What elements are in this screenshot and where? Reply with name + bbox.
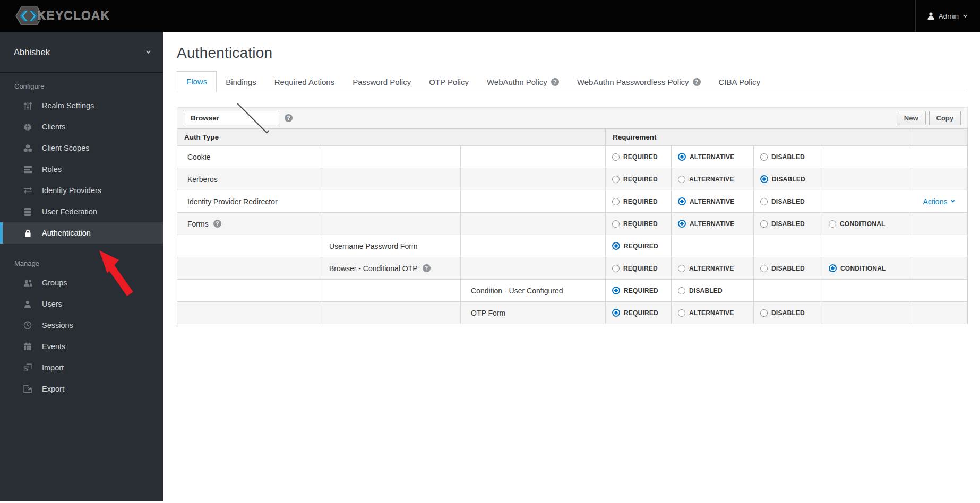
actions-dropdown[interactable]: Actions (923, 197, 954, 206)
sidebar-item-label: Groups (42, 279, 67, 287)
sidebar-item-users[interactable]: Users (0, 293, 163, 315)
auth-type-cell: Identity Provider Redirector (177, 190, 319, 212)
requirement-cell: ALTERNATIVE (672, 302, 754, 324)
radio-alternative[interactable] (678, 265, 685, 272)
table-row: Cookie REQUIRED ALTERNATIVE DISABLED (177, 145, 967, 168)
sidebar-item-label: Realm Settings (42, 101, 94, 110)
copy-button[interactable]: Copy (929, 111, 961, 125)
radio-disabled[interactable] (760, 198, 768, 205)
sidebar-item-roles[interactable]: Roles (0, 159, 163, 180)
sidebar-item-groups[interactable]: Groups (0, 272, 163, 293)
sidebar-item-label: Events (42, 342, 65, 351)
tab-flows[interactable]: Flows (177, 71, 217, 92)
radio-conditional[interactable] (829, 264, 837, 272)
tab-password-policy[interactable]: Password Policy (343, 72, 420, 92)
radio-disabled[interactable] (678, 287, 685, 294)
auth-type-cell: Kerberos (177, 168, 319, 190)
sidebar-item-label: Authentication (42, 229, 91, 237)
tab-webauthn-policy[interactable]: WebAuthn Policy? (478, 72, 568, 92)
requirement-cell: CONDITIONAL (822, 257, 909, 279)
main-content: Authentication Flows Bindings Required A… (163, 32, 980, 503)
tab-required-actions[interactable]: Required Actions (265, 72, 343, 92)
requirement-cell: DISABLED (672, 280, 754, 301)
help-icon[interactable]: ? (213, 220, 221, 228)
radio-required[interactable] (612, 309, 620, 317)
radio-alternative[interactable] (678, 197, 686, 205)
tab-bindings[interactable]: Bindings (217, 72, 265, 92)
requirement-cell: REQUIRED (606, 302, 672, 324)
radio-disabled[interactable] (760, 309, 768, 317)
flow-select[interactable]: Browser (185, 111, 279, 125)
help-icon[interactable]: ? (423, 264, 431, 272)
sidebar-item-label: Users (42, 300, 62, 308)
realm-selector[interactable]: Abhishek (0, 32, 163, 73)
requirement-cell: DISABLED (754, 302, 822, 324)
requirement-cell: REQUIRED (606, 235, 672, 257)
auth-type-header: Auth Type (177, 129, 606, 145)
sidebar-item-label: Sessions (42, 321, 73, 329)
sidebar-item-client-scopes[interactable]: Client Scopes (0, 137, 163, 159)
radio-required[interactable] (612, 198, 620, 205)
keycloak-logo-text: KEYCLOAK (37, 9, 110, 23)
new-button[interactable]: New (897, 111, 926, 125)
radio-disabled[interactable] (760, 220, 768, 228)
requirement-cell: DISABLED (754, 146, 822, 168)
radio-alternative[interactable] (678, 220, 686, 228)
radio-required[interactable] (612, 176, 620, 183)
requirement-cell: CONDITIONAL (822, 213, 909, 235)
table-row: Kerberos REQUIRED ALTERNATIVE DISABLED (177, 168, 967, 190)
radio-disabled[interactable] (760, 265, 768, 272)
flows-table: Auth Type Requirement Cookie REQUIRED AL… (177, 128, 968, 324)
sidebar-item-realm-settings[interactable]: Realm Settings (0, 95, 163, 116)
radio-required[interactable] (612, 220, 620, 228)
help-icon[interactable]: ? (693, 78, 701, 86)
radio-alternative[interactable] (678, 309, 685, 317)
radio-required[interactable] (612, 153, 620, 161)
requirement-cell: REQUIRED (606, 146, 672, 168)
radio-required[interactable] (612, 242, 620, 250)
clock-icon (23, 321, 32, 329)
sidebar-item-authentication[interactable]: Authentication (0, 222, 163, 244)
radio-conditional[interactable] (829, 220, 836, 228)
tab-otp-policy[interactable]: OTP Policy (420, 72, 478, 92)
chevron-down-icon (146, 49, 150, 53)
radio-disabled[interactable] (760, 153, 768, 161)
radio-alternative[interactable] (678, 176, 685, 183)
page-title: Authentication (177, 45, 968, 62)
sidebar-item-import[interactable]: Import (0, 357, 163, 378)
flow-select-value: Browser (191, 114, 231, 122)
table-header-row: Auth Type Requirement (177, 128, 967, 145)
auth-type-cell: Forms? (177, 213, 319, 235)
tab-ciba-policy[interactable]: CIBA Policy (710, 72, 769, 92)
realm-name: Abhishek (14, 47, 146, 57)
help-icon[interactable]: ? (551, 78, 559, 86)
chevron-down-icon (951, 199, 955, 203)
import-icon (23, 363, 32, 372)
sidebar-item-label: Export (42, 385, 64, 393)
exchange-arrows-icon (23, 187, 32, 194)
sidebar-item-user-federation[interactable]: User Federation (0, 201, 163, 222)
top-navbar: KEYCLOAK Admin (0, 0, 980, 32)
admin-user-menu[interactable]: Admin (915, 0, 980, 32)
sidebar-item-export[interactable]: Export (0, 378, 163, 400)
tab-webauthn-passwordless-policy[interactable]: WebAuthn Passwordless Policy? (568, 72, 710, 92)
table-row: Username Password Form REQUIRED (177, 235, 967, 257)
requirement-cell: DISABLED (754, 168, 822, 190)
sidebar: Abhishek Configure Realm Settings Client… (0, 32, 163, 501)
sidebar-item-events[interactable]: Events (0, 336, 163, 357)
radio-required[interactable] (612, 287, 620, 294)
radio-required[interactable] (612, 265, 620, 272)
sidebar-item-identity-providers[interactable]: Identity Providers (0, 180, 163, 201)
user-icon (23, 300, 32, 308)
sidebar-item-label: User Federation (42, 207, 97, 216)
requirement-cell: REQUIRED (606, 257, 672, 279)
flows-toolbar: Browser ? New Copy (177, 107, 968, 128)
sidebar-item-sessions[interactable]: Sessions (0, 315, 163, 336)
radio-alternative[interactable] (678, 153, 686, 161)
keycloak-logo[interactable]: KEYCLOAK (14, 5, 110, 27)
help-icon[interactable]: ? (285, 114, 293, 122)
radio-disabled[interactable] (760, 175, 768, 183)
requirement-cell: DISABLED (754, 213, 822, 235)
sliders-icon (23, 101, 32, 110)
sidebar-item-clients[interactable]: Clients (0, 116, 163, 137)
